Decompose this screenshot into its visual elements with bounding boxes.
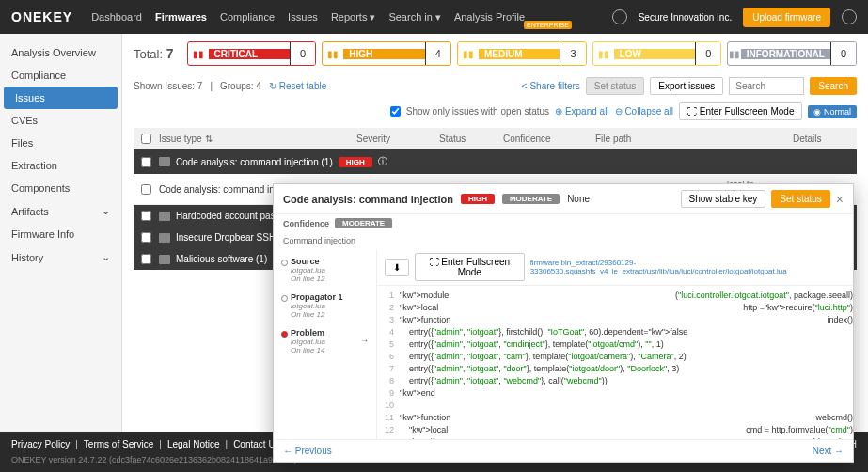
- previous-link[interactable]: ← Previous: [283, 446, 332, 456]
- folder-icon: [159, 157, 170, 166]
- trace-problem[interactable]: Problem iotgoat.lua On line 14 →: [281, 328, 369, 354]
- nav-dashboard[interactable]: Dashboard: [91, 11, 142, 24]
- group-checkbox[interactable]: [141, 211, 151, 221]
- table-header: Issue type ⇅ Severity Status Confidence …: [134, 128, 857, 149]
- sidebar-item-artifacts[interactable]: Artifacts⌄: [0, 199, 121, 223]
- modal-subtitle: Command injection: [274, 232, 853, 249]
- footer-terms[interactable]: Terms of Service: [84, 439, 153, 449]
- nav-compliance[interactable]: Compliance: [220, 11, 275, 24]
- sidebar-item-firmware-info[interactable]: Firmware Info: [0, 223, 121, 245]
- folder-icon: [159, 233, 170, 243]
- sidebar-item-issues[interactable]: Issues: [4, 87, 118, 109]
- footer-privacy[interactable]: Privacy Policy: [11, 439, 70, 449]
- sidebar-item-cves[interactable]: CVEs: [0, 109, 121, 132]
- bar-icon: ▮▮: [458, 49, 479, 59]
- nav-issues[interactable]: Issues: [288, 11, 318, 24]
- stat-critical[interactable]: ▮▮CRITICAL0: [187, 41, 317, 66]
- code-file-path: firmware.bin_extract/29360129-33306530.s…: [530, 259, 845, 275]
- set-status-button[interactable]: Set status: [586, 77, 644, 95]
- show-open-label: Show only issues with open status: [406, 106, 549, 117]
- sidebar: Analysis Overview Compliance Issues CVEs…: [0, 34, 122, 472]
- filter-toolbar: Shown Issues: 7 | Groups: 4 ↻ Reset tabl…: [134, 77, 857, 95]
- sidebar-item-components[interactable]: Components: [0, 177, 121, 199]
- reset-table-link[interactable]: ↻ Reset table: [269, 81, 326, 91]
- col-severity[interactable]: Severity: [356, 134, 432, 144]
- trace-source[interactable]: Source iotgoat.lua On line 12: [281, 257, 369, 283]
- company-name: Secure Innovation Inc.: [639, 12, 733, 23]
- search-button[interactable]: Search: [810, 77, 857, 95]
- upload-firmware-button[interactable]: Upload firmware: [743, 8, 830, 27]
- stat-medium[interactable]: ▮▮MEDIUM3: [457, 41, 587, 66]
- stat-info[interactable]: ▮▮INFORMATIONAL0: [727, 41, 857, 66]
- status-text: None: [567, 194, 590, 204]
- fullscreen-button[interactable]: ⛶ Enter Fullscreen Mode: [679, 102, 802, 120]
- expand-all-link[interactable]: ⊕ Expand all: [555, 106, 608, 117]
- stat-low[interactable]: ▮▮LOW0: [592, 41, 722, 66]
- export-issues-button[interactable]: Export issues: [650, 77, 723, 95]
- modal-header: Code analysis: command injection HIGH MO…: [274, 184, 853, 214]
- top-header: ONEKEY Dashboard Firmwares Compliance Is…: [0, 0, 868, 34]
- total-count: Total: 7: [134, 46, 174, 61]
- shown-issues-label: Shown Issues: 7: [134, 81, 202, 91]
- folder-icon: [159, 212, 170, 221]
- modal-subheader: Confidence MODERATE: [274, 214, 853, 232]
- sidebar-item-history[interactable]: History⌄: [0, 245, 121, 269]
- sidebar-item-files[interactable]: Files: [0, 132, 121, 154]
- show-stable-key-button[interactable]: Show stable key: [681, 190, 766, 208]
- globe-icon: [612, 9, 627, 24]
- collapse-all-link[interactable]: ⊖ Collapse all: [615, 106, 673, 117]
- info-icon[interactable]: ⓘ: [378, 155, 387, 168]
- code-toolbar: ⬇ ⛶ Enter Fullscreen Mode firmware.bin_e…: [377, 249, 853, 286]
- download-icon[interactable]: ⬇: [385, 259, 409, 276]
- bar-icon: ▮▮: [188, 49, 209, 59]
- nav-analysis-profile[interactable]: Analysis ProfileENTERPRISE: [454, 11, 572, 24]
- arrow-right-icon: →: [360, 336, 369, 345]
- code-fullscreen-button[interactable]: ⛶ Enter Fullscreen Mode: [415, 253, 525, 281]
- modal-title: Code analysis: command injection: [283, 194, 453, 205]
- modal-set-status-button[interactable]: Set status: [771, 190, 829, 208]
- col-status[interactable]: Status: [439, 134, 496, 144]
- logo: ONEKEY: [11, 9, 72, 24]
- col-file-path[interactable]: File path: [595, 134, 785, 144]
- group-checkbox[interactable]: [141, 254, 151, 264]
- sidebar-item-compliance[interactable]: Compliance: [0, 64, 121, 87]
- normal-badge[interactable]: ◉ Normal: [808, 105, 857, 118]
- show-open-checkbox[interactable]: [390, 106, 401, 117]
- share-filters-link[interactable]: < Share filters: [522, 81, 580, 91]
- row-checkbox[interactable]: [141, 184, 151, 195]
- col-details[interactable]: Details: [793, 134, 849, 144]
- chevron-down-icon: ⌄: [102, 205, 110, 217]
- folder-icon: [159, 255, 170, 264]
- group-row-cmd-injection[interactable]: Code analysis: command injection (1)HIGH…: [134, 149, 857, 174]
- bar-icon: ▮▮: [728, 49, 740, 59]
- confidence-pill: MODERATE: [502, 194, 560, 204]
- code-panel: ⬇ ⛶ Enter Fullscreen Mode firmware.bin_e…: [377, 249, 853, 439]
- close-icon[interactable]: ×: [836, 192, 844, 207]
- footer-legal[interactable]: Legal Notice: [167, 439, 220, 449]
- col-confidence[interactable]: Confidence: [503, 134, 588, 144]
- search-input[interactable]: [729, 77, 804, 95]
- select-all-checkbox[interactable]: [141, 134, 151, 144]
- trace-propagator[interactable]: Propagator 1 iotgoat.lua On line 12: [281, 292, 369, 319]
- trace-panel: Source iotgoat.lua On line 12 Propagator…: [274, 249, 377, 439]
- nav-reports[interactable]: Reports ▾: [331, 11, 376, 24]
- main-nav: Dashboard Firmwares Compliance Issues Re…: [91, 11, 572, 24]
- user-icon[interactable]: [842, 9, 857, 24]
- code-area[interactable]: 1"kw">module("luci.controller.iotgoat.io…: [377, 286, 853, 439]
- sidebar-item-extraction[interactable]: Extraction: [0, 154, 121, 177]
- nav-firmwares[interactable]: Firmwares: [155, 11, 207, 24]
- issue-detail-modal: Code analysis: command injection HIGH MO…: [273, 183, 854, 463]
- sidebar-item-overview[interactable]: Analysis Overview: [0, 41, 121, 64]
- severity-stats: Total: 7 ▮▮CRITICAL0 ▮▮HIGH4 ▮▮MEDIUM3 ▮…: [134, 41, 857, 66]
- next-link[interactable]: Next →: [813, 446, 844, 456]
- stat-high[interactable]: ▮▮HIGH4: [322, 41, 451, 66]
- view-toolbar: Show only issues with open status ⊕ Expa…: [134, 102, 857, 120]
- nav-search-in[interactable]: Search in ▾: [388, 11, 440, 24]
- group-checkbox[interactable]: [141, 157, 151, 167]
- severity-pill: HIGH: [461, 194, 495, 204]
- modal-footer: ← Previous Next →: [274, 439, 853, 462]
- col-issue-type[interactable]: Issue type ⇅: [159, 134, 349, 144]
- group-checkbox[interactable]: [141, 232, 151, 243]
- bar-icon: ▮▮: [323, 49, 343, 59]
- chevron-down-icon: ⌄: [102, 251, 110, 263]
